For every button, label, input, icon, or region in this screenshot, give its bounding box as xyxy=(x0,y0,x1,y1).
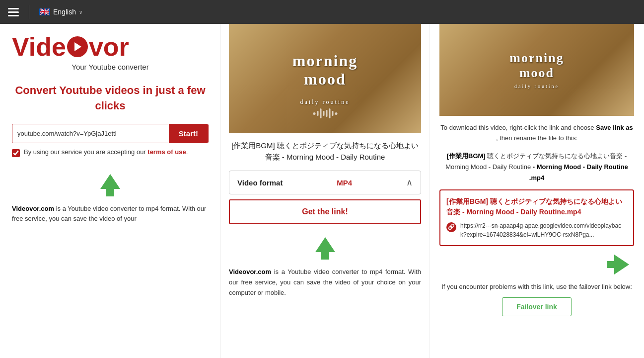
filename-box: [作業用BGM] 聴くとポジティブな気持ちになる心地よい音楽 - Morning… xyxy=(439,151,634,183)
middle-panel: morning mood daily routine [作業用BGM] 聴くとポ… xyxy=(221,24,429,358)
wave-decoration xyxy=(313,108,337,118)
svg-marker-2 xyxy=(607,255,629,274)
right-arrow-decoration xyxy=(439,252,634,277)
failover-button[interactable]: Failover link xyxy=(502,297,572,316)
right-thumbnail-line2: mood xyxy=(509,66,564,81)
green-arrow-right-icon xyxy=(604,252,634,277)
format-selector[interactable]: Video format MP4 ∧ xyxy=(229,171,421,194)
header: English ∨ xyxy=(0,0,644,24)
tagline: Your Youtube converter xyxy=(12,63,209,71)
arrow-decoration xyxy=(12,169,209,199)
right-thumbnail-text: morning mood daily routine xyxy=(509,51,564,89)
flag-icon xyxy=(39,8,50,15)
link-card: [作業用BGM] 聴くとポジティブな気持ちになる心地よい音楽 - Morning… xyxy=(439,189,634,246)
green-arrow-icon xyxy=(95,169,125,199)
svg-marker-0 xyxy=(100,174,120,196)
language-selector[interactable]: English ∨ xyxy=(39,8,82,16)
language-label: English xyxy=(53,8,76,16)
url-input-row: Start! xyxy=(12,124,209,143)
download-instruction: To download this video, right-click the … xyxy=(439,123,634,144)
link-card-title[interactable]: [作業用BGM] 聴くとポジティブな気持ちになる心地よい音楽 - Morning… xyxy=(446,196,627,217)
right-panel: morning mood daily routine To download t… xyxy=(429,24,644,358)
format-value: MP4 xyxy=(337,179,352,187)
menu-button[interactable] xyxy=(8,8,19,16)
save-link-as: Save link as xyxy=(596,124,633,131)
green-arrow-up-icon xyxy=(310,232,340,262)
failover-instruction: If you encounter problems with this link… xyxy=(439,282,634,292)
logo-play-icon xyxy=(67,36,88,57)
filename-prefix: [作業用BGM] xyxy=(447,152,486,160)
terms-link[interactable]: terms of use xyxy=(147,148,186,156)
chevron-down-icon: ∨ xyxy=(79,9,82,15)
left-description: Videovor.com is a Youtube video converte… xyxy=(12,204,209,225)
logo-prefix: Vide xyxy=(12,34,66,60)
right-thumbnail-line1: morning xyxy=(509,51,564,66)
format-chevron-icon: ∧ xyxy=(406,177,413,188)
thumbnail-text: morning mood daily routine xyxy=(292,52,358,106)
middle-brand: Videovor.com xyxy=(229,268,271,275)
thumbnail-line1: morning xyxy=(292,52,358,70)
thumbnail-line2: mood xyxy=(292,70,358,89)
right-video-thumbnail: morning mood daily routine xyxy=(439,24,634,116)
get-link-button[interactable]: Get the link! xyxy=(229,199,421,224)
header-divider xyxy=(29,5,29,19)
description-brand: Videovor.com xyxy=(12,205,54,212)
video-title: [作業用BGM] 聴くとポジティブな気持ちになる心地よい音楽 - Morning… xyxy=(229,140,421,163)
middle-description: Videovor.com is a Youtube video converte… xyxy=(229,267,421,298)
filename-bold-part: - Morning Mood - Daily Routine xyxy=(533,163,628,171)
terms-row: By using our service you are accepting o… xyxy=(12,148,209,157)
start-button[interactable]: Start! xyxy=(169,124,208,143)
link-url-row: https://rr2---sn-apaap4g-apae.googlevide… xyxy=(446,221,627,239)
video-thumbnail: morning mood daily routine xyxy=(229,24,421,133)
format-label: Video format xyxy=(237,179,283,187)
headline: Convert Youtube videos in just a few cli… xyxy=(12,83,209,114)
link-url[interactable]: https://rr2---sn-apaap4g-apae.googlevide… xyxy=(460,221,627,239)
logo-suffix: vor xyxy=(89,34,129,60)
right-thumbnail-line3: daily routine xyxy=(509,84,564,89)
main-layout: Vide vor Your Youtube converter Convert … xyxy=(0,24,644,358)
link-icon xyxy=(446,222,456,232)
svg-marker-1 xyxy=(315,237,335,260)
middle-arrow-decoration xyxy=(229,232,421,262)
thumbnail-line3: daily routine xyxy=(292,98,358,106)
logo-area: Vide vor xyxy=(12,34,209,60)
logo: Vide vor xyxy=(12,34,209,60)
terms-text: By using our service you are accepting o… xyxy=(24,148,188,156)
url-input[interactable] xyxy=(12,124,169,143)
filename-ext: .mp4 xyxy=(529,174,544,181)
terms-checkbox[interactable] xyxy=(12,149,20,157)
left-panel: Vide vor Your Youtube converter Convert … xyxy=(0,24,221,358)
